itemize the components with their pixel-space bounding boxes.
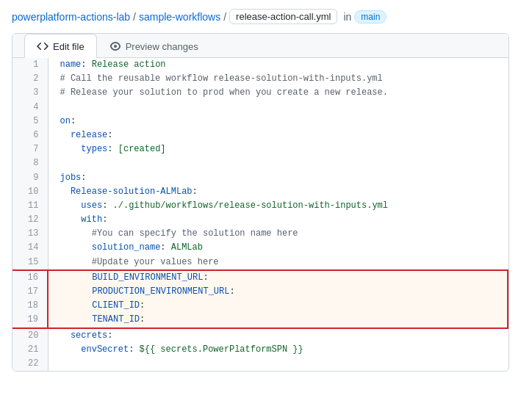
table-row: 7 types: [created] bbox=[12, 142, 508, 156]
line-number: 3 bbox=[12, 86, 48, 100]
line-number: 4 bbox=[12, 101, 48, 115]
line-number: 20 bbox=[12, 328, 48, 343]
line-number: 11 bbox=[12, 199, 48, 213]
table-row: 16 BUILD_ENVIRONMENT_URL: bbox=[12, 270, 508, 285]
tab-edit-label: Edit file bbox=[53, 41, 85, 52]
line-number: 6 bbox=[12, 128, 48, 142]
line-code[interactable] bbox=[48, 357, 508, 371]
line-code[interactable]: #Update your values here bbox=[48, 256, 508, 270]
table-row: 18 CLIENT_ID: bbox=[12, 299, 508, 313]
table-row: 5on: bbox=[12, 115, 508, 128]
tab-preview[interactable]: Preview changes bbox=[97, 34, 211, 58]
line-number: 15 bbox=[12, 256, 48, 270]
line-code[interactable]: name: Release action bbox=[48, 58, 508, 72]
table-row: 2# Call the reusable workflow release-so… bbox=[12, 72, 508, 86]
line-code[interactable]: release: bbox=[48, 128, 508, 142]
table-row: 20 secrets: bbox=[12, 328, 508, 343]
line-code[interactable]: secrets: bbox=[48, 328, 508, 343]
line-number: 21 bbox=[12, 343, 48, 357]
branch-tag: main bbox=[354, 10, 387, 23]
org-link[interactable]: powerplatform-actions-lab bbox=[12, 11, 130, 23]
table-row: 17 PRODUCTION_ENVIRONMENT_URL: bbox=[12, 285, 508, 299]
table-row: 1name: Release action bbox=[12, 58, 508, 72]
line-code[interactable]: #You can specify the solution name here bbox=[48, 227, 508, 241]
code-table: 1name: Release action2# Call the reusabl… bbox=[12, 58, 509, 371]
table-row: 8 bbox=[12, 156, 508, 170]
table-row: 4 bbox=[12, 101, 508, 115]
line-number: 7 bbox=[12, 142, 48, 156]
line-code[interactable]: BUILD_ENVIRONMENT_URL: bbox=[48, 270, 508, 285]
line-number: 17 bbox=[12, 285, 48, 299]
table-row: 12 with: bbox=[12, 213, 508, 227]
line-number: 12 bbox=[12, 213, 48, 227]
table-row: 11 uses: ./.github/workflows/release-sol… bbox=[12, 199, 508, 213]
file-editor-container: Edit file Preview changes 1name: Release… bbox=[12, 33, 509, 372]
line-number: 2 bbox=[12, 72, 48, 86]
line-code[interactable]: TENANT_ID: bbox=[48, 313, 508, 327]
sep1: / bbox=[133, 11, 136, 23]
line-code[interactable]: PRODUCTION_ENVIRONMENT_URL: bbox=[48, 285, 508, 299]
tab-preview-label: Preview changes bbox=[126, 41, 198, 52]
tab-edit[interactable]: Edit file bbox=[24, 34, 97, 58]
line-code[interactable]: types: [created] bbox=[48, 142, 508, 156]
line-code[interactable]: # Call the reusable workflow release-sol… bbox=[48, 72, 508, 86]
table-row: 9jobs: bbox=[12, 171, 508, 185]
line-number: 16 bbox=[12, 270, 48, 285]
table-row: 13 #You can specify the solution name he… bbox=[12, 227, 508, 241]
line-code[interactable] bbox=[48, 101, 508, 115]
line-code[interactable]: on: bbox=[48, 115, 508, 128]
line-code[interactable]: envSecret: ${{ secrets.PowerPlatformSPN … bbox=[48, 343, 508, 357]
table-row: 6 release: bbox=[12, 128, 508, 142]
table-row: 3# Release your solution to prod when yo… bbox=[12, 86, 508, 100]
line-number: 13 bbox=[12, 227, 48, 241]
filename: release-action-call.yml bbox=[229, 9, 337, 24]
line-number: 19 bbox=[12, 313, 48, 327]
code-area: 1name: Release action2# Call the reusabl… bbox=[12, 58, 509, 371]
breadcrumb: powerplatform-actions-lab / sample-workf… bbox=[0, 0, 521, 33]
line-number: 1 bbox=[12, 58, 48, 72]
line-code[interactable]: uses: ./.github/workflows/release-soluti… bbox=[48, 199, 508, 213]
line-number: 18 bbox=[12, 299, 48, 313]
line-code[interactable]: CLIENT_ID: bbox=[48, 299, 508, 313]
line-number: 22 bbox=[12, 357, 48, 371]
code-icon bbox=[37, 40, 48, 52]
repo-link[interactable]: sample-workflows bbox=[139, 11, 220, 23]
sep2: / bbox=[223, 11, 226, 23]
table-row: 22 bbox=[12, 357, 508, 371]
tab-bar: Edit file Preview changes bbox=[12, 34, 509, 58]
line-code[interactable]: # Release your solution to prod when you… bbox=[48, 86, 508, 100]
branch-prefix: in bbox=[343, 11, 351, 23]
line-number: 8 bbox=[12, 156, 48, 170]
table-row: 19 TENANT_ID: bbox=[12, 313, 508, 327]
line-code[interactable]: Release-solution-ALMLab: bbox=[48, 185, 508, 199]
table-row: 10 Release-solution-ALMLab: bbox=[12, 185, 508, 199]
line-number: 10 bbox=[12, 185, 48, 199]
line-number: 9 bbox=[12, 171, 48, 185]
line-code[interactable]: solution_name: ALMLab bbox=[48, 241, 508, 255]
line-code[interactable] bbox=[48, 156, 508, 170]
eye-icon bbox=[109, 40, 121, 52]
table-row: 21 envSecret: ${{ secrets.PowerPlatformS… bbox=[12, 343, 508, 357]
line-number: 14 bbox=[12, 241, 48, 255]
table-row: 14 solution_name: ALMLab bbox=[12, 241, 508, 255]
table-row: 15 #Update your values here bbox=[12, 256, 508, 270]
line-number: 5 bbox=[12, 115, 48, 128]
line-code[interactable]: jobs: bbox=[48, 171, 508, 185]
branch-name: main bbox=[354, 10, 387, 23]
line-code[interactable]: with: bbox=[48, 213, 508, 227]
